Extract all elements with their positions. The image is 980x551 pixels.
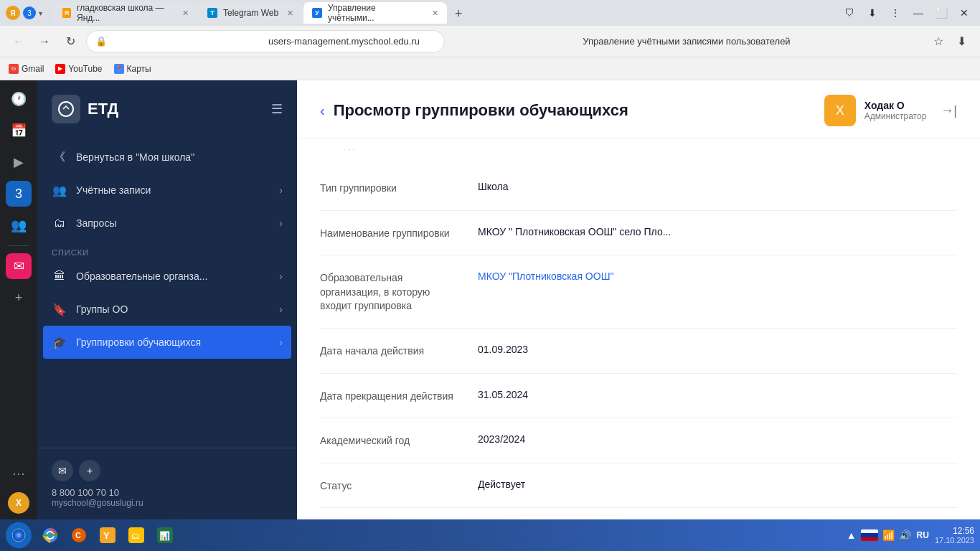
- taskbar-apps: C Y 🗂 📊: [37, 522, 178, 548]
- field-label-group-type: Тип группировки: [320, 180, 478, 196]
- nav-orgs-label: Образовательные органза...: [76, 270, 270, 282]
- new-tab-button[interactable]: +: [448, 4, 468, 24]
- sidebar-users-icon[interactable]: 👥: [6, 212, 32, 238]
- taskbar: C Y 🗂 📊 ▲ 📶 🔊: [0, 519, 980, 551]
- field-group-type: Тип группировки Школа: [320, 166, 957, 211]
- restore-btn[interactable]: ⬜: [931, 3, 951, 23]
- browser-frame: Я 3 ▾ Я гладковская школа — Янд... ✕ T T…: [0, 0, 980, 551]
- bookmark-page-btn[interactable]: ☆: [928, 32, 948, 52]
- scroll-indicator: · · ·: [320, 138, 957, 154]
- menu-btn[interactable]: ⋮: [885, 3, 905, 23]
- sidebar-mail-icon[interactable]: ✉: [6, 253, 32, 279]
- svg-text:C: C: [75, 531, 81, 540]
- flag-icon: [861, 529, 878, 541]
- sidebar-history-icon[interactable]: 🕐: [6, 86, 32, 112]
- title-bar-left: Я 3 ▾: [6, 6, 42, 20]
- url-text: users-management.myschool.edu.ru: [268, 36, 435, 47]
- lock-icon: 🔒: [95, 36, 263, 47]
- nav-requests-label: Запросы: [76, 217, 270, 229]
- field-label-group-name: Наименование группировки: [320, 225, 478, 241]
- nav-back-label: Вернуться в "Моя школа": [76, 151, 283, 163]
- tab-close-2[interactable]: ✕: [287, 9, 293, 18]
- start-button[interactable]: [6, 522, 32, 548]
- volume-icon: 🔊: [899, 529, 911, 541]
- taskbar-app-5[interactable]: 📊: [152, 522, 178, 548]
- nav-orgs[interactable]: 🏛 Образовательные органза... ›: [37, 260, 297, 293]
- taskbar-app-4[interactable]: 🗂: [123, 522, 149, 548]
- minimize-btn[interactable]: —: [908, 3, 928, 23]
- title-bar: Я 3 ▾ Я гладковская школа — Янд... ✕ T T…: [0, 0, 980, 26]
- sidebar-logo-area: ЕТД ☰: [37, 80, 297, 135]
- menu-toggle-btn[interactable]: ☰: [271, 101, 283, 117]
- nav-groups[interactable]: 🔖 Группы ОО ›: [37, 293, 297, 326]
- taskbar-arrow-icon: ▲: [847, 529, 857, 541]
- bookmark-youtube[interactable]: ▶ YouTube: [55, 64, 102, 74]
- footer-icon-2[interactable]: +: [79, 460, 100, 481]
- taskbar-chrome[interactable]: [37, 522, 63, 548]
- lists-section-label: СПИСКИ: [37, 240, 297, 260]
- nav-accounts[interactable]: 👥 Учётные записи ›: [37, 174, 297, 207]
- field-label-start-date: Дата начала действия: [320, 343, 478, 359]
- form-section: Тип группировки Школа Наименование групп…: [320, 154, 957, 508]
- field-label-status: Статус: [320, 478, 478, 494]
- orgs-arrow-icon: ›: [279, 270, 283, 282]
- sidebar-user-avatar[interactable]: Х: [8, 492, 29, 514]
- user-name: Ходак О: [864, 100, 927, 111]
- nav-student-groups-label: Группировки обучающихся: [76, 336, 270, 348]
- reload-button[interactable]: ↻: [60, 32, 80, 52]
- tab-close-3[interactable]: ✕: [432, 9, 438, 18]
- main-area: 🕐 📅 ▶ 3 👥 ✉ + ⋯ Х ЕТД ☰: [0, 80, 980, 519]
- field-label-academic-year: Академический год: [320, 433, 478, 448]
- nav-requests[interactable]: 🗂 Запросы ›: [37, 207, 297, 240]
- browser-tab-1[interactable]: Я гладковская школа — Янд... ✕: [54, 2, 197, 24]
- sidebar-options-icon[interactable]: ⋯: [6, 461, 32, 486]
- main-header: ‹ Просмотр группировки обучающихся Х Ход…: [297, 80, 980, 138]
- downloads-btn[interactable]: ⬇: [862, 3, 882, 23]
- sidebar-calendar-icon[interactable]: 📅: [6, 118, 32, 143]
- tab-label-1: гладковская школа — Янд...: [77, 3, 174, 23]
- field-label-end-date: Дата прекращения действия: [320, 388, 478, 404]
- sidebar-play-icon[interactable]: ▶: [6, 149, 32, 175]
- field-value-academic-year: 2023/2024: [478, 433, 957, 447]
- bookmark-gmail[interactable]: G Gmail: [9, 64, 44, 74]
- close-btn[interactable]: ✕: [954, 3, 974, 23]
- nav-student-groups[interactable]: 🎓 Группировки обучающихся ›: [43, 326, 291, 359]
- nav-bar: ← → ↻ 🔒 users-management.myschool.edu.ru…: [0, 26, 980, 57]
- svg-text:📊: 📊: [159, 530, 170, 541]
- youtube-favicon: ▶: [55, 64, 65, 74]
- bookmark-gmail-label: Gmail: [22, 64, 44, 74]
- svg-text:Y: Y: [103, 530, 110, 541]
- sidebar-add-icon[interactable]: +: [6, 285, 32, 311]
- main-back-button[interactable]: ‹: [320, 103, 325, 119]
- browser-tab-2[interactable]: T Telegram Web ✕: [199, 2, 302, 24]
- bookmark-maps-label: Карты: [127, 64, 151, 74]
- tab-close-1[interactable]: ✕: [182, 9, 189, 18]
- nav-back-item[interactable]: 《 Вернуться в "Моя школа": [37, 141, 297, 174]
- footer-icon-1[interactable]: ✉: [52, 460, 73, 481]
- tab-dropdown-btn[interactable]: ▾: [39, 9, 42, 17]
- taskbar-clock: 12:56: [953, 526, 974, 536]
- field-value-org[interactable]: МКОУ "Плотниковская ООШ": [478, 270, 957, 284]
- user-avatar: Х: [824, 95, 856, 126]
- student-groups-arrow-icon: ›: [279, 336, 283, 348]
- requests-icon: 🗂: [52, 215, 67, 231]
- nav-actions: ☆ ⬇: [928, 32, 971, 52]
- maps-favicon: 📍: [114, 64, 124, 74]
- forward-button[interactable]: →: [34, 32, 55, 52]
- taskbar-date: 17.10.2023: [935, 536, 974, 545]
- bookmark-maps[interactable]: 📍 Карты: [114, 64, 151, 74]
- sidebar-footer: ✉ + 8 800 100 70 10 myschool@gosuslugi.r…: [37, 448, 297, 519]
- bookmark-btn[interactable]: ⛉: [839, 3, 859, 23]
- bookmarks-bar: G Gmail ▶ YouTube 📍 Карты: [0, 57, 980, 80]
- logo-icon: [52, 95, 80, 123]
- logout-button[interactable]: →|: [941, 103, 957, 118]
- browser-tab-3[interactable]: У Управление учётными... ✕: [303, 2, 447, 24]
- sidebar-num-icon[interactable]: 3: [6, 181, 32, 207]
- download-btn[interactable]: ⬇: [951, 32, 971, 52]
- taskbar-app-3[interactable]: Y: [95, 522, 121, 548]
- address-bar[interactable]: 🔒 users-management.myschool.edu.ru: [86, 30, 445, 53]
- taskbar-app-2[interactable]: C: [66, 522, 92, 548]
- tab-favicon-1: Я: [62, 8, 71, 18]
- back-button[interactable]: ←: [9, 32, 29, 52]
- field-value-start-date: 01.09.2023: [478, 343, 957, 357]
